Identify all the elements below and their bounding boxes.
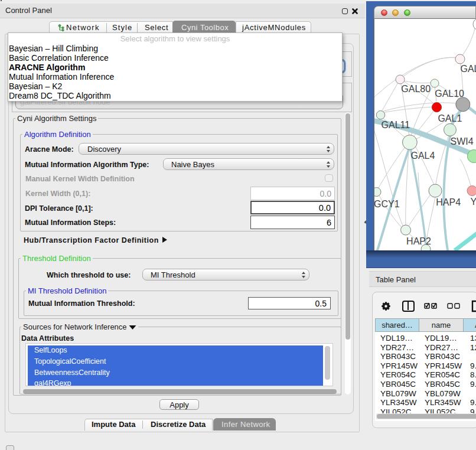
svg-text:GCY1: GCY1 xyxy=(374,199,400,209)
svg-text:GAL4: GAL4 xyxy=(411,151,435,161)
svg-text:GAL11: GAL11 xyxy=(382,120,410,130)
svg-text:SWI4: SWI4 xyxy=(451,136,474,146)
svg-text:Y: Y xyxy=(471,197,476,207)
svg-text:GAL7: GAL7 xyxy=(461,64,476,74)
svg-text:GAL10: GAL10 xyxy=(435,89,464,99)
svg-text:GAL1: GAL1 xyxy=(438,113,462,123)
svg-text:GAL80: GAL80 xyxy=(401,84,431,94)
svg-text:HAP2: HAP2 xyxy=(406,236,431,246)
svg-text:HAP4: HAP4 xyxy=(436,197,461,207)
